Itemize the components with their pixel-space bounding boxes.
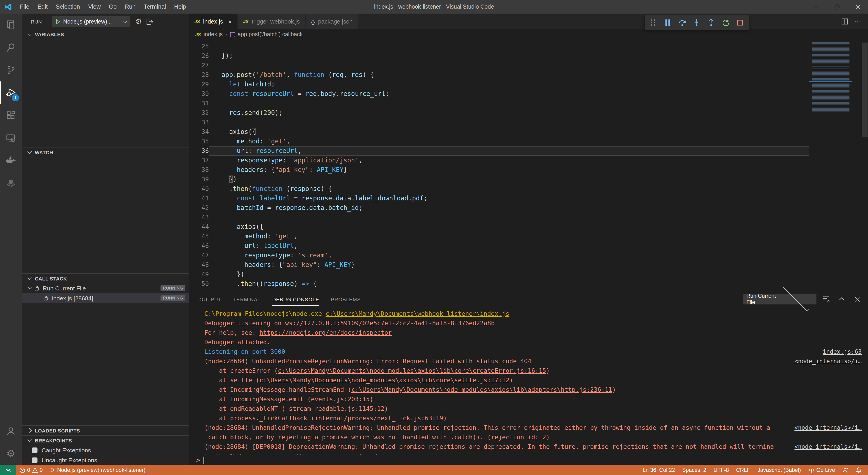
- minimize-icon[interactable]: [806, 0, 827, 13]
- restore-icon[interactable]: [827, 0, 847, 13]
- code-lines[interactable]: 2526});2728app.post('/batch', function (…: [189, 39, 809, 291]
- panel-tab-debug-console[interactable]: DEBUG CONSOLE: [272, 291, 319, 307]
- step-out-icon[interactable]: [704, 16, 718, 29]
- settings-gear-icon[interactable]: ⚙: [0, 442, 22, 465]
- indentation[interactable]: Spaces: 2: [679, 465, 710, 475]
- encoding[interactable]: UTF-8: [710, 465, 733, 475]
- notifications-bell-icon[interactable]: [852, 465, 865, 475]
- accounts-icon[interactable]: [0, 420, 22, 442]
- debug-console-output[interactable]: C:\Program Files\nodejs\node.exe c:\User…: [189, 307, 868, 455]
- source-control-icon[interactable]: [0, 59, 22, 82]
- tab-package-json[interactable]: {}package.json: [306, 13, 359, 29]
- remote-explorer-icon[interactable]: [0, 127, 22, 149]
- menu-run[interactable]: Run: [121, 0, 140, 13]
- console-file-link[interactable]: c:\Users\Mandy\Documents\webhook-listene…: [326, 310, 509, 317]
- editor-scrollbar[interactable]: [861, 39, 868, 291]
- checkbox[interactable]: [32, 457, 37, 463]
- menu-file[interactable]: File: [16, 0, 33, 13]
- console-filter-dropdown[interactable]: Run Current File: [743, 294, 816, 304]
- section-loaded-scripts[interactable]: LOADED SCRIPTS: [22, 425, 189, 435]
- octopus-extension-icon[interactable]: [0, 172, 22, 195]
- code-line-50[interactable]: 50 .then((response) => {: [189, 279, 809, 289]
- language-mode[interactable]: Javascript (Babel): [754, 465, 804, 475]
- code-line-43[interactable]: 43: [189, 213, 809, 222]
- code-line-49[interactable]: 49 }): [189, 270, 809, 279]
- minimap[interactable]: [809, 39, 861, 291]
- code-line-42[interactable]: 42 batchId = response.data.batch_id;: [189, 203, 809, 213]
- code-line-28[interactable]: 28app.post('/batch', function (req, res)…: [189, 70, 809, 80]
- split-editor-icon[interactable]: [841, 18, 848, 25]
- code-line-47[interactable]: 47 responseType: 'stream',: [189, 250, 809, 260]
- panel-tab-problems[interactable]: PROBLEMS: [331, 291, 361, 307]
- console-file-link[interactable]: c:\Users\Mandy\Documents\node_modules\ax…: [351, 386, 612, 393]
- call-stack-item-index-js-28684-[interactable]: index.js [28684]RUNNING: [22, 293, 189, 303]
- panel-tab-terminal[interactable]: TERMINAL: [233, 291, 260, 307]
- breakpoint-uncaught-exceptions[interactable]: Uncaught Exceptions: [22, 455, 189, 465]
- step-into-icon[interactable]: [690, 16, 704, 29]
- close-window-icon[interactable]: [847, 0, 868, 13]
- breadcrumb-symbol[interactable]: app.post('/batch') callback: [238, 31, 303, 37]
- console-prompt[interactable]: >: [189, 455, 868, 465]
- code-line-25[interactable]: 25: [189, 41, 809, 51]
- code-line-39[interactable]: 39 }): [189, 175, 809, 184]
- code-line-35[interactable]: 35 method: 'get',: [189, 137, 809, 146]
- call-stack-item-run-current-file[interactable]: Run Current FileRUNNING: [22, 283, 189, 293]
- code-line-36[interactable]: 36 url: resourceUrl,: [189, 146, 809, 156]
- launch-config-dropdown[interactable]: Node.js (preview)...: [52, 16, 129, 27]
- go-live[interactable]: Go Live: [804, 465, 839, 475]
- menu-go[interactable]: Go: [105, 0, 121, 13]
- restart-icon[interactable]: [719, 16, 733, 29]
- breakpoint-caught-exceptions[interactable]: Caught Exceptions: [22, 445, 189, 455]
- clear-console-icon[interactable]: [821, 294, 832, 304]
- panel-tab-output[interactable]: OUTPUT: [199, 291, 221, 307]
- scrollbar-slider[interactable]: [862, 42, 868, 137]
- explorer-icon[interactable]: [0, 13, 22, 36]
- code-line-44[interactable]: 44 axios({: [189, 222, 809, 232]
- account-status-icon[interactable]: [839, 465, 852, 475]
- problems-status[interactable]: 0 0: [16, 465, 46, 475]
- remote-indicator-icon[interactable]: ><: [0, 465, 16, 475]
- console-file-link[interactable]: c:\Users\Mandy\Documents\node_modules\ax…: [278, 367, 546, 374]
- toolbar-drag-handle[interactable]: [647, 16, 660, 29]
- close-panel-icon[interactable]: [852, 294, 863, 304]
- menu-help[interactable]: Help: [170, 0, 190, 13]
- code-line-26[interactable]: 26});: [189, 51, 809, 61]
- code-line-34[interactable]: 34 axios({: [189, 127, 809, 137]
- code-line-45[interactable]: 45 method: 'get',: [189, 232, 809, 241]
- tab-index-js[interactable]: JSindex.js×: [189, 13, 238, 29]
- code-line-41[interactable]: 41 const labelUrl = response.data.label_…: [189, 194, 809, 203]
- code-line-46[interactable]: 46 url: labelUrl,: [189, 241, 809, 250]
- code-line-37[interactable]: 37 responseType: 'application/json',: [189, 156, 809, 165]
- source-location-link[interactable]: <node_internals>/i…: [795, 423, 862, 433]
- section-variables[interactable]: VARIABLES: [22, 29, 189, 39]
- code-line-29[interactable]: 29 let batchId;: [189, 80, 809, 89]
- menu-selection[interactable]: Selection: [52, 0, 84, 13]
- docker-icon[interactable]: [0, 149, 22, 172]
- code-line-32[interactable]: 32 res.send(200);: [189, 108, 809, 118]
- code-line-27[interactable]: 27: [189, 61, 809, 70]
- source-location-link[interactable]: index.js:63: [823, 347, 862, 356]
- tab-trigger-webhook-js[interactable]: JStrigger-webhook.js: [238, 13, 306, 29]
- debug-session-status[interactable]: Node.js (preview) (webhook-listener): [46, 465, 149, 475]
- code-line-38[interactable]: 38 headers: {"api-key": API_KEY}: [189, 165, 809, 175]
- configure-gear-icon[interactable]: ⚙: [133, 16, 144, 27]
- code-line-40[interactable]: 40 .then(function (response) {: [189, 184, 809, 194]
- code-line-31[interactable]: 31: [189, 99, 809, 108]
- extensions-icon[interactable]: [0, 104, 22, 127]
- pause-icon[interactable]: [661, 16, 675, 29]
- section-call-stack[interactable]: CALL STACK: [22, 273, 189, 283]
- breadcrumb-file[interactable]: index.js: [204, 31, 223, 37]
- section-watch[interactable]: WATCH: [22, 147, 189, 157]
- checkbox[interactable]: [32, 447, 37, 453]
- menu-edit[interactable]: Edit: [33, 0, 52, 13]
- breadcrumb[interactable]: JS index.js › app.post('/batch') callbac…: [189, 29, 868, 39]
- stop-icon[interactable]: [733, 16, 747, 29]
- open-debug-console-icon[interactable]: [144, 16, 155, 27]
- eol-sequence[interactable]: CRLF: [733, 465, 754, 475]
- run-and-debug-icon[interactable]: 1: [0, 82, 22, 104]
- search-icon[interactable]: [0, 36, 22, 59]
- menu-terminal[interactable]: Terminal: [140, 0, 170, 13]
- more-actions-icon[interactable]: ⋯: [855, 18, 862, 26]
- step-over-icon[interactable]: [675, 16, 689, 29]
- section-breakpoints[interactable]: BREAKPOINTS: [22, 435, 189, 445]
